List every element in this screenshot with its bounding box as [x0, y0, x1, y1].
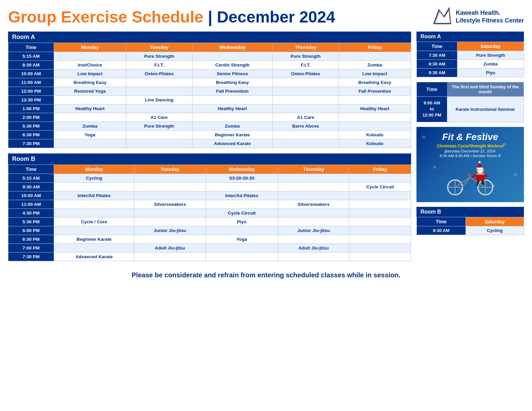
class-cell: [339, 52, 411, 61]
class-cell: [349, 235, 411, 244]
time-cell: 6:30 PM: [8, 131, 54, 139]
col-wednesday-b: Wednesday: [206, 165, 278, 174]
col-monday-b: Monday: [54, 165, 134, 174]
class-cell: [339, 122, 411, 131]
class-cell: [272, 87, 339, 96]
table-row: 5:15 AMCyclingS3-20-20-20: [8, 174, 411, 183]
table-row: 5:30 PMCycle / CorePiyo: [8, 218, 411, 226]
class-cell: [349, 253, 411, 261]
table-row: 1:00 PMHealthy HeartHealthy HeartHealthy…: [8, 104, 411, 113]
fit-festive-title: Fit & Festive: [420, 132, 520, 142]
room-a-saturday-table: Time Saturday 7:30 AMPure Strength8:30 A…: [416, 42, 524, 77]
col-friday-b: Friday: [349, 165, 411, 174]
class-cell: [54, 244, 134, 253]
class-cell: Silversneakers: [134, 200, 206, 209]
time-cell: 7:30 PM: [8, 253, 54, 261]
class-cell: Kobudo: [339, 131, 411, 139]
class-cell: Yoga: [206, 235, 278, 244]
sat-col-time-b: Time: [417, 217, 466, 226]
fit-festive-detail2: 8:30 AM-9:30 AM • Aerobic Room B: [420, 154, 520, 158]
svg-rect-14: [467, 172, 473, 173]
main-layout: Room A Time Monday Tuesday Wednesday Thu…: [8, 32, 524, 267]
fit-festive-detail1: Saturday December 21, 2024: [420, 149, 520, 153]
class-cell: Zumba: [54, 122, 126, 131]
class-cell: [339, 96, 411, 104]
class-cell: Osteo-Pilates: [272, 70, 339, 78]
time-cell: 6:30 PM: [8, 235, 54, 244]
class-cell: Healthy Heart: [192, 104, 272, 113]
sat-col-time: Time: [417, 42, 457, 51]
table-row: 5:30 PMZumbaPure StrengthZumbaBarre Abov…: [8, 122, 411, 131]
room-b-main-title: Room B: [8, 153, 411, 165]
time-cell: 10:00 AM: [8, 191, 54, 200]
class-cell: [192, 113, 272, 122]
class-cell: [272, 139, 339, 148]
col-tuesday-b: Tuesday: [134, 165, 206, 174]
class-cell: [278, 191, 349, 200]
table-row: 6:30 PMYogaBeginner KarateKobudo: [8, 131, 411, 139]
class-cell: Cycle / Core: [54, 218, 134, 226]
class-cell: [272, 96, 339, 104]
class-cell: [349, 191, 411, 200]
sat-col-saturday-b: Saturday: [466, 217, 524, 226]
sunday-time-label: Time: [417, 82, 447, 96]
title-sep: |: [204, 8, 217, 26]
table-row: 12:00 PMRestored YogaFall PreventionFall…: [8, 87, 411, 96]
table-row: 12:30 PMLine Dancing: [8, 96, 411, 104]
sunday-class-val: Karate Instructional Seminar: [447, 97, 524, 122]
class-cell: A1 Care: [272, 113, 339, 122]
class-cell: Breathing Easy: [192, 78, 272, 87]
svg-point-18: [479, 161, 481, 163]
class-cell: [54, 52, 126, 61]
class-cell: [206, 226, 278, 235]
time-cell: 8:30 AM: [417, 226, 466, 235]
col-tuesday: Tuesday: [126, 43, 192, 52]
class-cell: [134, 191, 206, 200]
class-cell: Piyo: [457, 68, 524, 77]
class-cell: [278, 209, 349, 218]
class-cell: Cycling: [54, 174, 134, 183]
table-row: 10:00 AMLow ImpactOsteo-PilatesSenior Fi…: [8, 70, 411, 78]
class-cell: Zumba: [457, 60, 524, 68]
fit-festive-banner: ❄ ❄ ❄ ❄ ❄ ❄ ❄ ❄ Fit & Festive Christmas …: [416, 127, 524, 202]
table-row: 11:00 AMSilversneakersSilversneakers: [8, 200, 411, 209]
time-cell: 8:30 AM: [8, 61, 54, 70]
time-cell: 11:00 AM: [8, 200, 54, 209]
table-row: 8:30 AMInst/ChoiceF.I.T.Cardio StrengthF…: [8, 61, 411, 70]
class-cell: [272, 131, 339, 139]
class-cell: [126, 87, 192, 96]
table-row: 2:00 PMA1 CareA1 Care: [8, 113, 411, 122]
table-row: 7:30 PMAdvanced Karate: [8, 253, 411, 261]
class-cell: Cycle Circuit: [206, 209, 278, 218]
kaweah-logo-icon: [432, 7, 452, 27]
svg-line-21: [485, 175, 487, 177]
class-cell: Cardio Strength: [192, 61, 272, 70]
class-cell: Barre Above: [272, 122, 339, 131]
room-b-main-block: Room B Time Monday Tuesday Wednesday Thu…: [8, 153, 411, 261]
class-cell: Zumba: [339, 61, 411, 70]
page-header: Group Exercise Schedule | December 2024 …: [8, 7, 524, 27]
class-cell: [126, 104, 192, 113]
sunday-day-label: The first and third Sunday of the month: [447, 82, 524, 96]
table-row: 7:30 AMPure Strength: [417, 51, 524, 60]
class-cell: [206, 253, 278, 261]
class-cell: Pure Strength: [126, 52, 192, 61]
svg-line-23: [482, 181, 484, 185]
class-cell: [206, 244, 278, 253]
class-cell: [126, 78, 192, 87]
sunday-block: Time The first and third Sunday of the m…: [416, 82, 524, 122]
class-cell: Breathing Easy: [339, 78, 411, 87]
class-cell: [54, 226, 134, 235]
table-row: 9:30 AMCycle Circuit: [8, 183, 411, 191]
time-cell: 5:30 PM: [8, 122, 54, 131]
class-cell: Silversneakers: [278, 200, 349, 209]
class-cell: [134, 235, 206, 244]
sunday-header-row: Time The first and third Sunday of the m…: [417, 82, 524, 96]
time-cell: 2:00 PM: [8, 113, 54, 122]
title-part1: Group Exercise Schedule: [8, 8, 204, 26]
class-cell: Inst/Choice: [54, 61, 126, 70]
class-cell: Healthy Heart: [54, 104, 126, 113]
class-cell: Low Impact: [54, 70, 126, 78]
time-cell: 4:30 PM: [8, 209, 54, 218]
class-cell: Beginner Karate: [192, 131, 272, 139]
